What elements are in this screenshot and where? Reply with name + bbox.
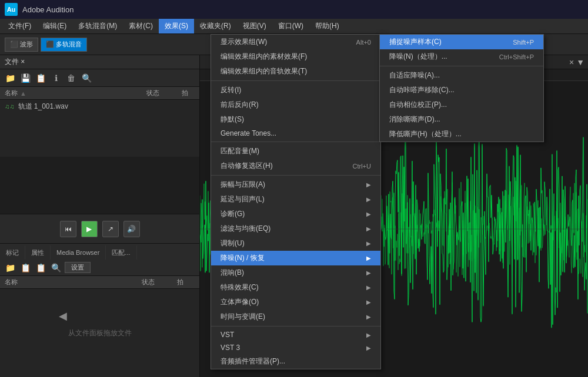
effects-col-extra: 拍	[177, 278, 195, 287]
menu-effects[interactable]: 效果(S)	[159, 19, 194, 33]
menu-silence[interactable]: 静默(S)	[211, 112, 380, 127]
tab-media-browser[interactable]: Media Browser	[51, 245, 106, 260]
menu-delay[interactable]: 延迟与回声(L) ▶	[211, 192, 380, 207]
audio-file-icon: ♫♫	[5, 103, 15, 110]
menu-generate-tones[interactable]: Generate Tones...	[211, 127, 380, 140]
menu-reverb[interactable]: 混响(B) ▶	[211, 265, 380, 280]
submenu-auto-phase-correction[interactable]: 自动相位校正(P)...	[380, 97, 543, 112]
playback-controls: ⏮ ▶ ↗ 🔊	[0, 214, 199, 243]
bottom-tabs: 标记 属性 Media Browser 匹配...	[0, 243, 199, 260]
play-btn[interactable]: ▶	[81, 221, 98, 237]
menu-edit-clip-effects[interactable]: 编辑效果组内的素材效果(F)	[211, 49, 380, 64]
submenu-adaptive-denoise[interactable]: 自适应降噪(A)...	[380, 68, 543, 83]
menu-vst[interactable]: VST ▶	[211, 328, 380, 341]
multitrack-btn[interactable]: ⬛ 多轨混音	[41, 38, 87, 52]
save-btn[interactable]: 💾	[19, 72, 32, 85]
menu-view[interactable]: 视图(V)	[237, 19, 272, 33]
sep-3	[211, 175, 380, 176]
menu-show-effects-group[interactable]: 显示效果组(W) Alt+0	[211, 35, 380, 49]
menu-bar: 文件(F) 编辑(E) 多轨混音(M) 素材(C) 效果(S) 收藏夹(R) 视…	[0, 19, 588, 34]
menu-modulation[interactable]: 调制(U) ▶	[211, 236, 380, 251]
col-state-header: 状态	[146, 89, 182, 97]
menu-favorites[interactable]: 收藏夹(R)	[194, 19, 237, 33]
left-panel: 文件 × 📁 💾 📋 ℹ 🗑 🔍 名称 ▲ 状态 拍 ♫♫ 轨道 1_001.w…	[0, 55, 200, 377]
effects-folder-btn[interactable]: 📁	[4, 261, 16, 274]
menu-denoise[interactable]: 降噪(N) / 恢复 ▶	[211, 251, 380, 265]
wave-btn[interactable]: ⬛ 波形	[5, 38, 38, 52]
col-extra-header: 拍	[182, 89, 199, 97]
search-btn[interactable]: 🔍	[80, 72, 93, 85]
copy-btn[interactable]: 📋	[34, 72, 47, 85]
menu-diagnostics[interactable]: 诊断(G) ▶	[211, 207, 380, 221]
menu-invert[interactable]: 反转(I)	[211, 83, 380, 97]
tab-match[interactable]: 匹配...	[106, 245, 136, 260]
menu-stereo[interactable]: 立体声像(O) ▶	[211, 295, 380, 309]
settings-btn[interactable]: 设置	[65, 262, 91, 273]
menu-clip[interactable]: 素材(C)	[123, 19, 159, 33]
tab-marks[interactable]: 标记	[0, 245, 25, 260]
menu-time-pitch[interactable]: 时间与变调(E) ▶	[211, 309, 380, 324]
col-name-header: 名称 ▲	[0, 89, 146, 97]
effects-panel: 📁 📋 📋 🔍 设置 名称 状态 拍 从文件面板拖放文件	[0, 260, 199, 377]
app-title: Adobe Audition	[22, 5, 74, 14]
menu-plugin-manager[interactable]: 音频插件管理器(P)...	[211, 354, 380, 369]
effects-header: 名称 状态 拍	[0, 276, 199, 289]
menu-auto-repair[interactable]: 自动修复选区(H) Ctrl+U	[211, 159, 380, 173]
app-logo: Au	[5, 3, 18, 16]
submenu-capture-noise[interactable]: 捕捉噪声样本(C) Shift+P	[380, 35, 543, 49]
menu-file[interactable]: 文件(F)	[2, 19, 37, 33]
menu-vst3[interactable]: VST 3 ▶	[211, 341, 380, 354]
submenu-noise-reduction[interactable]: 降噪(N)（处理）... Ctrl+Shift+P	[380, 49, 543, 64]
files-list: ♫♫ 轨道 1_001.wav	[0, 100, 199, 157]
submenu-auto-click-remove[interactable]: 自动咔嗒声移除(C)...	[380, 83, 543, 97]
close-btn[interactable]: × ▼	[569, 58, 584, 67]
menu-special-effects[interactable]: 特殊效果(C) ▶	[211, 280, 380, 295]
list-item[interactable]: ♫♫ 轨道 1_001.wav	[0, 100, 199, 113]
submenu-sep	[380, 66, 543, 66]
info-btn[interactable]: ℹ	[49, 72, 62, 85]
tab-properties[interactable]: 属性	[25, 245, 51, 260]
files-tab[interactable]: 文件 ×	[0, 55, 199, 69]
delete-btn[interactable]: 🗑	[65, 72, 78, 85]
menu-help[interactable]: 帮助(H)	[309, 19, 345, 33]
files-header: 名称 ▲ 状态 拍	[0, 87, 199, 100]
effects-copy-btn[interactable]: 📋	[19, 261, 32, 274]
menu-reverse[interactable]: 前后反向(R)	[211, 97, 380, 112]
title-bar: Au Adobe Audition	[0, 0, 588, 19]
effects-col-name: 名称	[5, 278, 142, 287]
volume-btn[interactable]: 🔊	[123, 221, 140, 237]
prev-btn[interactable]: ⏮	[60, 221, 76, 237]
menu-window[interactable]: 窗口(W)	[272, 19, 309, 33]
submenu-remove-hiss[interactable]: 消除嘶嘶声(D)...	[380, 112, 543, 127]
sep-2	[211, 142, 380, 142]
scroll-left-indicator[interactable]: ◀	[59, 309, 67, 322]
menu-edit-track-effects[interactable]: 编辑效果组内的音轨效果(T)	[211, 64, 380, 79]
effects-search-btn[interactable]: 🔍	[49, 261, 62, 274]
effects-content: 从文件面板拖放文件	[0, 289, 199, 377]
effects-toolbar: 📁 📋 📋 🔍 设置	[0, 260, 199, 276]
menu-amplitude[interactable]: 振幅与压限(A) ▶	[211, 177, 380, 192]
effects-dropdown-menu: 显示效果组(W) Alt+0 编辑效果组内的素材效果(F) 编辑效果组内的音轨效…	[211, 34, 381, 369]
menu-multitrack[interactable]: 多轨混音(M)	[72, 19, 123, 33]
files-toolbar: 📁 💾 📋 ℹ 🗑 🔍	[0, 69, 199, 87]
menu-edit[interactable]: 编辑(E)	[37, 19, 72, 33]
menu-match-volume[interactable]: 匹配音量(M)	[211, 144, 380, 159]
denoise-submenu: 捕捉噪声样本(C) Shift+P 降噪(N)（处理）... Ctrl+Shif…	[379, 34, 544, 142]
effects-copy2-btn[interactable]: 📋	[34, 261, 47, 274]
menu-filter-eq[interactable]: 滤波与均衡(EQ) ▶	[211, 221, 380, 236]
submenu-reduce-noise[interactable]: 降低嘶声(H)（处理）...	[380, 127, 543, 142]
sep-4	[211, 326, 380, 326]
scroll-area: ◀	[0, 157, 199, 214]
export-btn[interactable]: ↗	[102, 221, 119, 237]
effects-col-state: 状态	[142, 278, 177, 287]
open-folder-btn[interactable]: 📁	[4, 72, 16, 85]
sep-1	[211, 80, 380, 81]
